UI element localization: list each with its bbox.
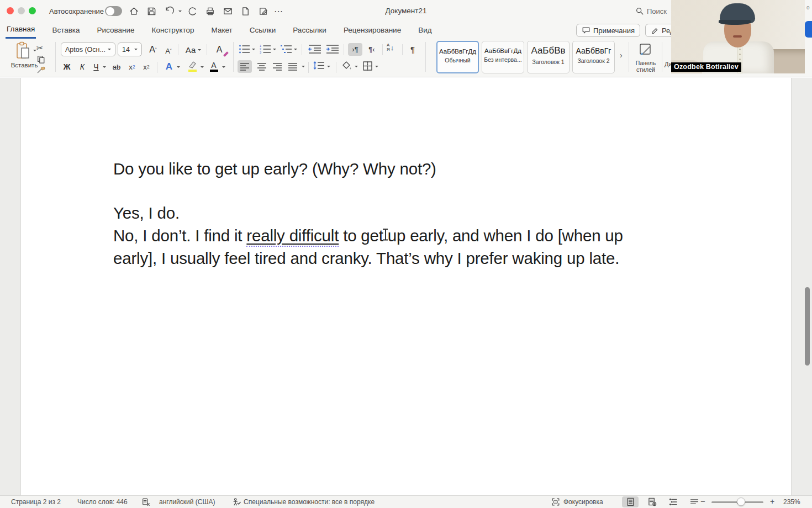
highlight-color-button[interactable] [186, 60, 199, 73]
tab-design[interactable]: Конструктор [151, 24, 196, 38]
tab-layout[interactable]: Макет [210, 24, 234, 38]
style-no-spacing[interactable]: АаБбВвГгДд Без интерва... [482, 41, 524, 73]
font-color-button[interactable]: А [208, 60, 220, 73]
sort-button[interactable]: АЯ ↓ [387, 43, 394, 52]
font-color-swatch [210, 70, 218, 72]
doc-answer-yes-line: Yes, I do. [113, 204, 180, 223]
zoom-out-button[interactable]: − [700, 496, 705, 506]
underline-button[interactable]: Ч [90, 61, 102, 73]
document-canvas[interactable]: Do you like to get up early? (Why? Why n… [0, 78, 812, 495]
italic-button[interactable]: К [76, 61, 88, 73]
bullets-button[interactable] [239, 44, 250, 54]
zoom-level-value[interactable]: 235% [783, 498, 800, 506]
multilevel-chevron-icon[interactable] [294, 49, 297, 50]
align-center-button[interactable] [255, 60, 269, 73]
subscript-button[interactable]: x2 [126, 61, 138, 73]
increase-indent-button[interactable] [326, 44, 339, 54]
font-size-chevron-icon [134, 49, 138, 50]
grow-font-button[interactable]: Аˆ [147, 44, 159, 56]
word-count-status[interactable]: Число слов: 446 [77, 498, 128, 506]
text-effects-button[interactable]: А [162, 61, 176, 73]
cap-brim [719, 20, 751, 25]
cut-button[interactable]: ✂ [36, 43, 44, 53]
tab-mailings[interactable]: Рассылки [292, 24, 328, 38]
align-right-button[interactable] [270, 60, 284, 73]
numbering-chevron-icon[interactable] [273, 49, 276, 50]
accessibility-status-button[interactable] [232, 498, 241, 506]
font-size-select[interactable]: 14 [118, 43, 142, 56]
doc-question-line: Do you like to get up early? (Why? Why n… [113, 160, 436, 178]
line-spacing-button[interactable] [313, 61, 325, 70]
language-status[interactable]: английский (США) [159, 498, 215, 506]
styles-pane-button[interactable]: Панель стилей [633, 42, 658, 73]
style-name-label: Без интерва... [482, 56, 524, 63]
format-painter-icon [36, 66, 46, 75]
justify-button[interactable] [286, 60, 300, 73]
underline-chevron-icon[interactable] [103, 66, 106, 68]
comments-button[interactable]: Примечания [576, 24, 640, 37]
accessibility-status-label[interactable]: Специальные возможности: все в порядке [244, 498, 375, 506]
numbering-button[interactable]: 123 [260, 44, 271, 54]
copy-button[interactable] [36, 55, 45, 64]
multilevel-list-button[interactable] [281, 44, 292, 54]
vertical-scrollbar-thumb[interactable] [805, 287, 810, 366]
more-styles-button[interactable]: › [620, 51, 623, 60]
format-painter-button[interactable] [36, 66, 46, 75]
outline-view-icon [669, 498, 678, 506]
svg-text:3: 3 [260, 51, 261, 54]
font-color-chevron-icon[interactable] [222, 66, 225, 68]
font-name-select[interactable]: Aptos (Осн... [61, 43, 115, 56]
borders-chevron-icon[interactable] [375, 66, 378, 67]
focus-mode-button[interactable] [551, 498, 560, 506]
decrease-indent-button[interactable] [308, 44, 321, 54]
doc-answer-no-line2: early], I usually feel tired and cranky.… [113, 249, 619, 268]
tab-home[interactable]: Главная [6, 23, 36, 39]
align-right-icon [272, 62, 282, 71]
share-button-fragment[interactable] [805, 21, 812, 38]
borders-button[interactable] [362, 61, 373, 71]
superscript-button[interactable]: x2 [140, 61, 152, 73]
show-paragraph-marks-button[interactable]: ¶ [407, 43, 419, 55]
shrink-font-button[interactable]: Аˇ [162, 45, 175, 57]
tab-review[interactable]: Рецензирование [342, 24, 402, 38]
change-case-button[interactable]: Аа [183, 44, 203, 56]
doc-answer-no-line1: No, I don’t. I find it really difficult … [113, 226, 623, 245]
text-cursor [382, 228, 388, 241]
focus-icon [551, 498, 560, 506]
tab-insert[interactable]: Вставка [51, 24, 81, 38]
paste-button[interactable] [11, 41, 34, 61]
tab-view[interactable]: Вид [417, 24, 433, 38]
align-left-icon [240, 62, 250, 71]
ribbon-tab-bar: Главная Вставка Рисование Конструктор Ма… [6, 23, 433, 39]
bullets-chevron-icon[interactable] [252, 49, 255, 50]
highlight-chevron-icon[interactable] [201, 66, 204, 68]
line-spacing-chevron-icon[interactable] [327, 66, 330, 67]
strikethrough-button[interactable]: ab [109, 61, 124, 73]
shading-chevron-icon[interactable] [355, 66, 358, 67]
zoom-slider-knob[interactable] [737, 498, 745, 506]
rtl-direction-button[interactable]: ¶‹ [365, 43, 379, 56]
focus-mode-label[interactable]: Фокусировка [563, 498, 603, 506]
web-layout-view-button[interactable] [644, 496, 661, 507]
style-normal[interactable]: АаБбВвГгДд Обычный [436, 41, 479, 73]
font-name-chevron-icon [108, 49, 111, 50]
clear-formatting-button[interactable]: А [213, 44, 225, 56]
ltr-direction-button[interactable]: ›¶ [348, 43, 362, 56]
page-number-status[interactable]: Страница 2 из 2 [11, 498, 61, 506]
tab-draw[interactable]: Рисование [96, 24, 136, 38]
zoom-in-button[interactable]: + [770, 497, 774, 506]
bold-button[interactable]: Ж [61, 61, 73, 73]
style-heading-1[interactable]: АаБбВв Заголовок 1 [527, 41, 570, 73]
style-name-label: Заголовок 1 [528, 59, 569, 65]
justify-chevron-icon[interactable] [302, 66, 305, 67]
outline-view-button[interactable] [665, 496, 682, 507]
search-button[interactable]: Поиск [635, 7, 667, 15]
shading-button[interactable] [341, 61, 352, 71]
spellcheck-status-button[interactable] [141, 498, 150, 506]
align-left-button[interactable] [238, 60, 252, 73]
tab-references[interactable]: Ссылки [249, 24, 277, 38]
style-heading-2[interactable]: АаБбВвГг Заголовок 2 [572, 41, 615, 73]
text-effects-chevron-icon[interactable] [177, 66, 180, 68]
print-layout-view-button[interactable] [622, 496, 639, 507]
style-sample-text: АаБбВв [528, 45, 569, 56]
